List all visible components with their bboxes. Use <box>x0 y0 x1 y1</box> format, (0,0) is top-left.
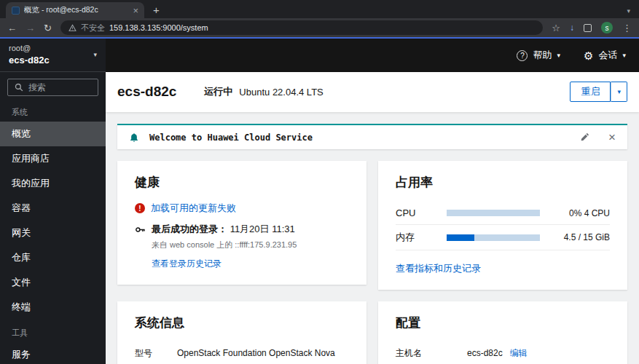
browser-profile-avatar[interactable]: s <box>601 22 613 33</box>
sidebar-item-repository[interactable]: 仓库 <box>0 245 106 270</box>
hostname-label: 主机名 <box>396 347 467 360</box>
browser-toolbar: ← → ↻ 不安全 159.138.3.135:9000/system ☆ ↓ … <box>0 18 639 37</box>
forward-icon[interactable]: → <box>26 23 35 33</box>
memory-label: 内存 <box>396 231 447 244</box>
bookmark-star-icon[interactable]: ☆ <box>552 23 560 33</box>
edit-hostname-link[interactable]: 编辑 <box>510 347 528 360</box>
model-label: 型号 <box>135 347 177 360</box>
banner-close-icon[interactable]: × <box>608 131 616 143</box>
session-menu-button[interactable]: ⚙ 会话 ▾ <box>584 49 626 62</box>
browser-tab[interactable]: 概览 - root@ecs-d82c × <box>6 2 144 18</box>
address-bar[interactable]: 不安全 159.138.3.135:9000/system <box>60 20 543 35</box>
cpu-progressbar <box>447 210 540 216</box>
sidebar-item-app-store[interactable]: 应用商店 <box>0 146 106 171</box>
memory-usage-row: 内存 4.5 / 15 GiB <box>396 225 610 250</box>
sidebar-item-my-apps[interactable]: 我的应用 <box>0 171 106 196</box>
key-icon <box>135 224 146 235</box>
host-identity: root@ ecs-d82c <box>9 43 50 66</box>
model-row: 型号 OpenStack Foundation OpenStack Nova <box>135 342 349 364</box>
site-favicon <box>12 7 20 15</box>
overview-cards: 健康 ! 加载可用的更新失败 最后成功的登录： 11月20日 11:31 <box>117 161 627 364</box>
usage-card-title: 占用率 <box>396 174 610 191</box>
cockpit-app: root@ ecs-d82c ▾ 搜索 系统 概览 应用商店 我的应用 容器 网… <box>0 39 639 364</box>
motd-banner: Welcome to Huawei Cloud Service × <box>117 124 627 149</box>
screen: 概览 - root@ecs-d82c × + ▾ ← → ↻ 不安全 159.1… <box>0 0 639 364</box>
memory-progressbar <box>447 234 540 241</box>
gear-icon: ⚙ <box>584 50 593 61</box>
session-caret-icon: ▾ <box>622 52 626 59</box>
host-switcher[interactable]: root@ ecs-d82c ▾ <box>0 39 106 72</box>
masthead: ? 帮助 ▾ ⚙ 会话 ▾ <box>106 39 639 72</box>
health-card: 健康 ! 加载可用的更新失败 最后成功的登录： 11月20日 11:31 <box>117 161 366 285</box>
download-icon[interactable]: ↓ <box>570 23 574 33</box>
reload-icon[interactable]: ↻ <box>44 23 52 33</box>
sidebar-item-services[interactable]: 服务 <box>0 342 106 364</box>
updates-failed-link[interactable]: 加载可用的更新失败 <box>151 202 236 215</box>
help-caret-icon: ▾ <box>557 52 560 59</box>
logged-in-user: root@ <box>9 43 50 54</box>
restart-button[interactable]: 重启 <box>570 82 611 102</box>
cpu-label: CPU <box>396 207 447 218</box>
browser-menu-icon[interactable]: ⋮ <box>622 23 632 33</box>
metrics-history-link[interactable]: 查看指标和历史记录 <box>396 262 481 275</box>
toolbar-actions: ☆ ↓ s ⋮ <box>552 22 632 33</box>
sidebar-search-input[interactable]: 搜索 <box>7 79 98 96</box>
page-body: Welcome to Huawei Cloud Service × 健康 ! 加… <box>106 112 639 364</box>
sidebar-nav: 系统 概览 应用商店 我的应用 容器 网关 仓库 文件 终端 工具 服务 日志 <box>0 99 106 364</box>
search-placeholder: 搜索 <box>28 82 46 94</box>
bell-icon <box>129 132 139 143</box>
tab-title: 概览 - root@ecs-d82c <box>24 5 128 15</box>
health-card-title: 健康 <box>135 174 349 191</box>
nav-section-system: 系统 <box>0 99 106 122</box>
last-login-time: 11月20日 11:31 <box>230 223 295 234</box>
sidebar: root@ ecs-d82c ▾ 搜索 系统 概览 应用商店 我的应用 容器 网… <box>0 39 106 364</box>
new-tab-button[interactable]: + <box>153 4 160 16</box>
sidebar-item-gateway[interactable]: 网关 <box>0 221 106 245</box>
sidebar-item-terminal[interactable]: 终端 <box>0 295 106 320</box>
last-login-text: 最后成功的登录： 11月20日 11:31 <box>152 223 295 236</box>
host-name: ecs-d82c <box>9 54 50 67</box>
restart-caret-icon[interactable]: ▾ <box>611 82 627 102</box>
tab-search-chevron-icon[interactable]: ▾ <box>627 7 630 15</box>
login-history-link[interactable]: 查看登录历史记录 <box>152 258 222 269</box>
session-label: 会话 <box>598 49 617 62</box>
hostname-value: ecs-d82c <box>467 348 503 358</box>
configuration-card: 配置 主机名 ecs-d82c 编辑 系统时间 2024年11月20日 17:1… <box>378 301 627 364</box>
updates-status-row: ! 加载可用的更新失败 <box>135 202 349 215</box>
help-label: 帮助 <box>533 49 552 62</box>
cpu-usage-row: CPU 0% 4 CPU <box>396 202 610 225</box>
usage-card: 占用率 CPU 0% 4 CPU 内存 4.5 / 15 GiB 查看指标和历史… <box>378 161 627 290</box>
running-state: 运行中 <box>204 85 232 98</box>
motd-message: Welcome to Huawei Cloud Service <box>149 132 570 143</box>
memory-value: 4.5 / 15 GiB <box>550 232 610 242</box>
extensions-icon[interactable] <box>584 24 592 32</box>
configuration-title: 配置 <box>396 314 610 331</box>
security-label[interactable]: 不安全 <box>81 23 105 33</box>
tab-close-icon[interactable]: × <box>133 6 138 15</box>
restart-split-button: 重启 ▾ <box>570 82 627 102</box>
host-switcher-caret-icon: ▾ <box>93 51 97 58</box>
page-title: ecs-d82c <box>117 84 176 100</box>
page-header: ecs-d82c 运行中 Ubuntu 22.04.4 LTS 重启 ▾ <box>106 72 639 112</box>
hostname-row: 主机名 ecs-d82c 编辑 <box>396 342 610 364</box>
system-info-title: 系统信息 <box>135 314 349 331</box>
not-secure-warning-icon[interactable] <box>68 24 77 32</box>
help-menu-button[interactable]: ? 帮助 ▾ <box>517 49 560 62</box>
browser-tab-strip: 概览 - root@ecs-d82c × + ▾ <box>0 0 639 18</box>
back-icon[interactable]: ← <box>7 23 17 33</box>
sidebar-item-overview[interactable]: 概览 <box>0 122 106 146</box>
os-version: Ubuntu 22.04.4 LTS <box>239 87 323 98</box>
model-value: OpenStack Foundation OpenStack Nova <box>177 348 335 358</box>
help-icon: ? <box>517 50 528 61</box>
edit-motd-icon[interactable] <box>580 132 589 142</box>
sidebar-item-containers[interactable]: 容器 <box>0 196 106 221</box>
url-text: 159.138.3.135:9000/system <box>109 23 208 32</box>
error-icon: ! <box>135 203 145 213</box>
search-icon <box>15 83 23 92</box>
last-login-row: 最后成功的登录： 11月20日 11:31 <box>135 223 349 236</box>
system-info-card: 系统信息 型号 OpenStack Foundation OpenStack N… <box>117 301 366 364</box>
main-column: ? 帮助 ▾ ⚙ 会话 ▾ ecs-d82c 运行中 Ubuntu 22.04.… <box>106 39 639 364</box>
last-login-label: 最后成功的登录： <box>152 223 227 234</box>
sidebar-item-files[interactable]: 文件 <box>0 270 106 295</box>
cpu-value: 0% 4 CPU <box>550 208 610 218</box>
